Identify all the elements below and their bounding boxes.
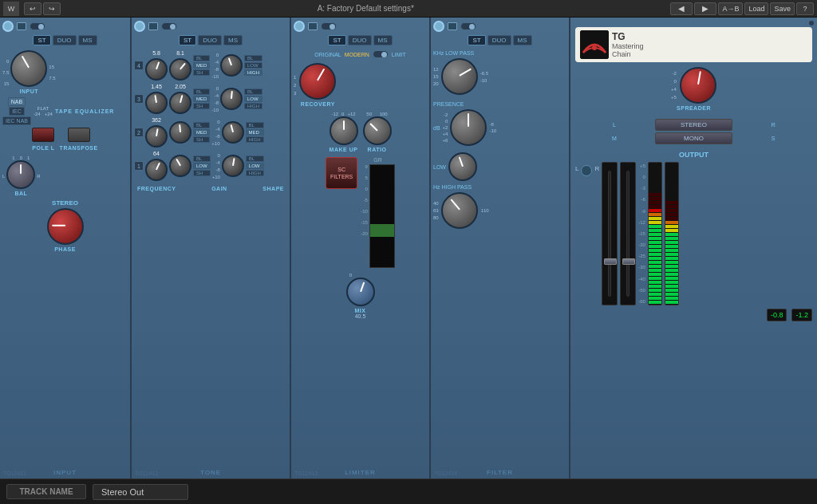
input-level-knob[interactable] [10, 50, 47, 87]
sc-filters-button[interactable]: SC FILTERS [326, 157, 357, 189]
input-ms-button[interactable]: MS [78, 35, 97, 45]
band-3-bl2[interactable]: BL [244, 89, 262, 95]
waveshell-logo[interactable]: W [3, 2, 19, 16]
band-4-gain-knob[interactable] [169, 58, 191, 81]
tone-power-button[interactable] [134, 21, 145, 32]
limiter-power-button[interactable] [294, 21, 305, 32]
band-2-shape-knob[interactable] [222, 121, 244, 144]
original-modern-toggle[interactable] [373, 50, 389, 58]
band-1-bl[interactable]: BL [193, 156, 211, 162]
band-2-high[interactable]: HIGH [246, 136, 264, 143]
filter-duo-button[interactable]: DUO [487, 35, 511, 45]
filter-panel-header [433, 21, 566, 32]
band-3-gain-knob[interactable] [169, 92, 191, 114]
band-4-sh[interactable]: SH [193, 69, 210, 76]
next-preset-button[interactable]: ▶ [694, 2, 716, 15]
iec-nab-button[interactable]: IEC NAB [2, 116, 31, 125]
pole-l-button[interactable] [32, 128, 54, 142]
band-1-freq-knob[interactable] [145, 159, 168, 181]
limiter-duo-button[interactable]: DUO [348, 35, 372, 45]
band-1-high[interactable]: HIGH [246, 170, 264, 176]
tone-toggle[interactable] [161, 22, 177, 30]
band-1-sh[interactable]: SH [193, 170, 211, 176]
band-4-med[interactable]: MED [193, 62, 210, 69]
phase-knob[interactable] [47, 208, 84, 245]
help-button[interactable]: ? [796, 2, 814, 15]
stereo-routing-button[interactable]: STEREO [655, 119, 733, 131]
band-2-low[interactable]: MED [246, 129, 264, 136]
band-2-sh[interactable]: SH [193, 136, 210, 143]
left-fader[interactable] [602, 162, 618, 305]
recovery-knob[interactable] [299, 63, 336, 100]
band-4-freq-knob[interactable] [145, 58, 168, 81]
filter-panel: ST DUO MS KHz LOW PASS 121520 -6.5-10 PR… [431, 18, 570, 478]
band-4-shape-knob[interactable] [220, 54, 243, 77]
band-2-bl2[interactable]: BL [246, 122, 264, 128]
tone-ms-button[interactable]: MS [223, 35, 243, 45]
input-toggle[interactable] [30, 22, 45, 30]
makeup-knob[interactable] [330, 116, 358, 145]
highpass-freq-knob[interactable] [441, 192, 478, 229]
input-duo-button[interactable]: DUO [53, 35, 77, 45]
gain-label: GAIN [211, 186, 227, 191]
band-3-low[interactable]: LOW [244, 96, 262, 102]
right-fader[interactable] [620, 162, 636, 305]
limiter-st-button[interactable]: ST [328, 35, 345, 45]
right-fader-handle[interactable] [622, 258, 635, 265]
filter-ms-button[interactable]: MS [513, 35, 532, 45]
band-2-freq-knob[interactable] [145, 125, 168, 148]
band-3-freq-knob[interactable] [145, 92, 168, 114]
band-3-bl[interactable]: BL [193, 89, 210, 95]
filter-toggle[interactable] [460, 22, 476, 30]
band-4-bl[interactable]: BL [193, 55, 210, 61]
limiter-ms-button[interactable]: MS [373, 35, 393, 45]
track-name-input[interactable]: Stereo Out [93, 484, 188, 500]
tone-st-button[interactable]: ST [179, 35, 196, 45]
filter-power-button[interactable] [433, 21, 444, 32]
lowpass-freq-knob[interactable] [441, 58, 478, 95]
mono-routing-button[interactable]: MONO [655, 132, 733, 144]
band-3-sh[interactable]: SH [193, 103, 210, 109]
band-4-shape-knob-container [220, 54, 243, 77]
band-4-low[interactable]: LOW [244, 62, 262, 69]
transpose-button[interactable] [68, 128, 90, 142]
band-2-med[interactable]: MED [193, 129, 210, 136]
vu-scale: +5 0 -3 -6 -9 -12 -15 -20 -25 -30 -40 -5… [638, 162, 645, 305]
load-button[interactable]: Load [744, 2, 768, 15]
band-3-high[interactable]: HIGH [244, 103, 262, 109]
band-3-med[interactable]: MED [193, 96, 210, 102]
band-3-shape-knob[interactable] [220, 88, 243, 110]
highpass-label: Hz HIGH PASS [433, 184, 566, 190]
input-st-button[interactable]: ST [33, 35, 50, 45]
band-4-bl2[interactable]: BL [244, 55, 262, 61]
spreader-knob[interactable] [680, 67, 716, 104]
presence-knob[interactable] [450, 109, 487, 146]
ab-button[interactable]: A→B [718, 2, 743, 15]
iec-button[interactable]: IEC [9, 107, 25, 116]
band-1-low[interactable]: LOW [193, 163, 211, 169]
band-1-gain-knob[interactable] [169, 155, 191, 177]
mix-knob[interactable] [346, 278, 375, 306]
band-2-gain-knob[interactable] [169, 121, 191, 144]
undo-button[interactable]: ↩ [24, 2, 41, 15]
tone-monitor-icon [148, 22, 158, 30]
nab-button[interactable]: NAB [8, 97, 26, 106]
save-button[interactable]: Save [770, 2, 795, 15]
band-2-bl[interactable]: BL [193, 122, 210, 128]
ratio-knob[interactable] [363, 116, 392, 145]
bottom-bar: TRACK NAME Stereo Out [0, 478, 817, 504]
filter-st-button[interactable]: ST [468, 35, 485, 45]
lr-link-button[interactable] [581, 165, 592, 176]
left-fader-handle[interactable] [604, 258, 617, 265]
redo-button[interactable]: ↪ [43, 2, 61, 15]
tone-duo-button[interactable]: DUO [198, 35, 222, 45]
prev-preset-button[interactable]: ◀ [670, 2, 693, 15]
limiter-toggle[interactable] [321, 22, 337, 30]
low-filter-knob[interactable] [448, 152, 477, 181]
bal-knob[interactable] [6, 160, 35, 189]
band-1-low2[interactable]: LOW [246, 163, 264, 169]
band-4-high[interactable]: HIGH [244, 69, 262, 76]
input-power-button[interactable] [2, 21, 14, 32]
band-1-bl2[interactable]: BL [246, 156, 264, 162]
band-1-shape-knob[interactable] [222, 155, 244, 177]
